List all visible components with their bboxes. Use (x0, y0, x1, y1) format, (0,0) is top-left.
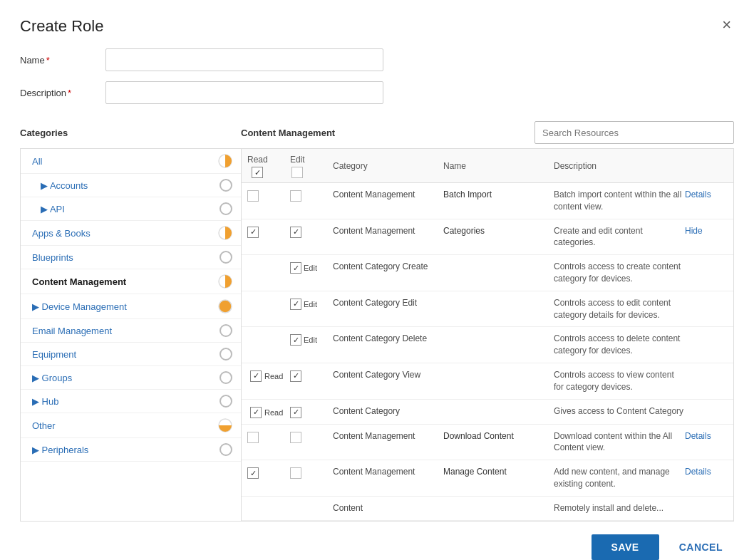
category-item-all[interactable]: All (21, 149, 241, 174)
description-cell: Create and edit content categories. (554, 225, 685, 249)
edit-cell: Edit (290, 333, 333, 346)
read-header: Read (247, 153, 290, 178)
category-cell: Content (333, 502, 443, 513)
read-checkbox[interactable] (250, 407, 262, 418)
close-button[interactable]: × (719, 17, 734, 33)
category-indicator (218, 154, 232, 168)
read-checkbox[interactable] (247, 227, 259, 238)
edit-checkbox[interactable] (290, 467, 301, 479)
category-cell: Content Management (333, 430, 443, 441)
category-indicator (220, 395, 232, 408)
description-label: Description* (20, 88, 105, 98)
action-link[interactable]: Details (685, 431, 711, 441)
category-item-peripherals[interactable]: ▶ Peripherals (21, 438, 241, 462)
action-cell: Details (685, 430, 728, 441)
edit-cell: Edit (290, 261, 333, 274)
category-cell: Content Category Delete (333, 333, 443, 343)
read-cell (247, 225, 290, 238)
category-indicator (218, 418, 232, 432)
read-cell: Read (247, 405, 290, 418)
name-required: * (46, 55, 50, 66)
edit-all-checkbox[interactable] (291, 167, 303, 178)
category-item-device-management[interactable]: ▶ Device Management (21, 294, 241, 319)
edit-checkbox[interactable] (290, 432, 301, 443)
categories-header: Categories (20, 128, 241, 138)
table-row: ReadContent CategoryGives access to Cont… (242, 400, 733, 425)
search-resources-input[interactable] (534, 121, 734, 144)
category-cell: Content Management (333, 189, 443, 199)
table-row: Content ManagementCategoriesCreate and e… (242, 219, 733, 256)
category-indicator (220, 324, 232, 337)
read-checkbox[interactable] (247, 432, 259, 443)
categories-panel: All▶ Accounts▶ APIApps & BooksBlueprints… (21, 149, 242, 521)
category-label: All (32, 156, 42, 167)
read-checkbox[interactable] (250, 370, 262, 382)
category-indicator (218, 226, 232, 240)
category-item-email-management[interactable]: Email Management (21, 319, 241, 343)
category-item-groups[interactable]: ▶ Groups (21, 366, 241, 390)
action-cell: Details (685, 189, 728, 199)
description-input[interactable] (105, 81, 383, 104)
name-header: Name (443, 160, 554, 171)
edit-cell (290, 405, 333, 418)
category-item-content-management[interactable]: Content Management (21, 269, 241, 294)
modal-footer: SAVE CANCEL (20, 534, 734, 560)
category-item-blueprints[interactable]: Blueprints (21, 246, 241, 269)
name-label: Name* (20, 55, 105, 66)
edit-checkbox[interactable] (290, 334, 301, 346)
table-row: ReadContent Category ViewControls access… (242, 363, 733, 400)
action-link[interactable]: Details (685, 467, 711, 477)
description-cell: Controls access to create content catego… (554, 261, 685, 285)
name-input[interactable] (105, 48, 383, 71)
edit-checkbox[interactable] (290, 370, 301, 382)
table-header-row: Read Edit Category Name (242, 149, 733, 183)
svg-point-3 (219, 300, 232, 313)
cancel-button[interactable]: CANCEL (668, 534, 734, 560)
content-management-header: Content Management (241, 128, 534, 138)
category-indicator (220, 371, 232, 384)
category-cell: Content Category Edit (333, 297, 443, 308)
category-label: Apps & Books (32, 228, 91, 239)
read-all-checkbox[interactable] (252, 167, 263, 178)
create-role-modal: Create Role × Name* Description* Categor… (0, 0, 754, 560)
read-cell (247, 466, 290, 479)
category-label: ▶ Peripherals (32, 445, 88, 455)
category-label: ▶ Hub (32, 396, 58, 407)
read-checkbox[interactable] (247, 467, 259, 479)
description-cell: Add new content, and manage existing con… (554, 466, 685, 490)
description-cell: Controls access to view content for cate… (554, 369, 685, 393)
edit-cell: Edit (290, 297, 333, 310)
edit-checkbox[interactable] (290, 227, 301, 238)
action-cell: Hide (685, 225, 728, 236)
category-cell: Content Management (333, 225, 443, 236)
read-checkbox[interactable] (247, 190, 259, 202)
table-row: EditContent Category DeleteControls acce… (242, 327, 733, 363)
category-indicator (220, 443, 232, 456)
category-item-other[interactable]: Other (21, 413, 241, 438)
category-label: Email Management (32, 326, 112, 336)
edit-checkbox[interactable] (290, 190, 301, 202)
modal-title: Create Role (20, 17, 103, 36)
category-label: ▶ Groups (32, 373, 72, 383)
name-row: Name* (20, 48, 734, 71)
category-label: ▶ API (41, 204, 65, 214)
action-link[interactable]: Details (685, 190, 711, 199)
main-area: Categories Content Management All▶ Accou… (20, 121, 734, 522)
description-cell: Controls access to edit content category… (554, 297, 685, 321)
category-item-accounts[interactable]: ▶ Accounts (21, 174, 241, 197)
edit-checkbox[interactable] (290, 407, 301, 418)
edit-checkbox[interactable] (290, 299, 301, 310)
description-row: Description* (20, 81, 734, 104)
action-cell: Details (685, 466, 728, 477)
edit-cell (290, 430, 333, 443)
category-item-equipment[interactable]: Equipment (21, 343, 241, 366)
category-item-apps-books[interactable]: Apps & Books (21, 221, 241, 246)
category-item-hub[interactable]: ▶ Hub (21, 390, 241, 413)
action-link[interactable]: Hide (685, 226, 703, 236)
category-cell: Content Category Create (333, 261, 443, 271)
save-button[interactable]: SAVE (592, 534, 659, 560)
category-indicator (220, 251, 232, 264)
category-item-api[interactable]: ▶ API (21, 197, 241, 221)
category-indicator (218, 274, 232, 289)
edit-checkbox[interactable] (290, 262, 301, 274)
